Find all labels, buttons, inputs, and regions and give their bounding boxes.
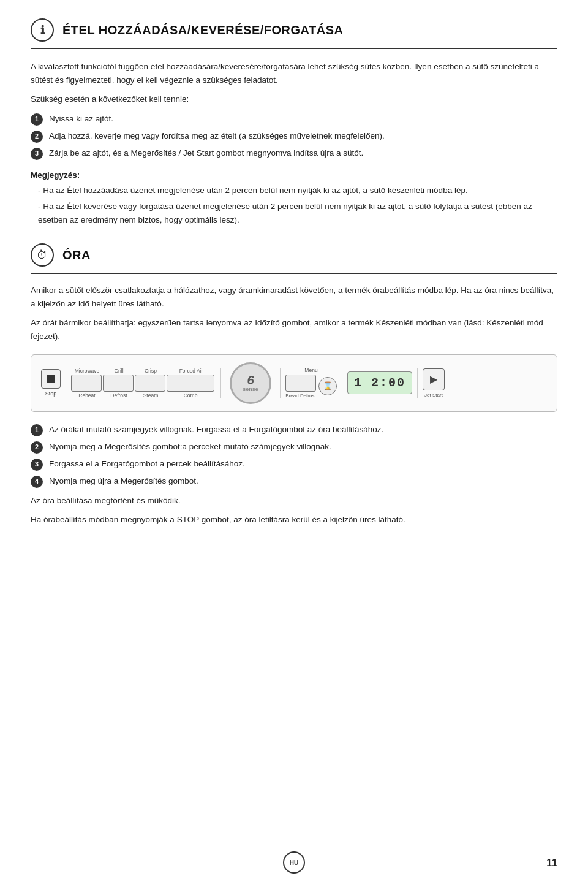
ora-steps-list: 1 Az órákat mutató számjegyek villognak.… [31, 423, 557, 488]
note-title: Megjegyzés: [31, 169, 557, 182]
ora-step-text-2: Nyomja meg a Megerősítés gombot:a percek… [49, 440, 331, 454]
step-2: 2 Adja hozzá, keverje meg vagy fordítsa … [31, 129, 557, 143]
step-text-1: Nyissa ki az ajtót. [49, 112, 113, 126]
step-1: 1 Nyissa ki az ajtót. [31, 112, 557, 126]
defrost-label: Defrost [103, 392, 135, 398]
step-3: 3 Zárja be az ajtót, és a Megerősítés / … [31, 147, 557, 160]
ora-step-3: 3 Forgassa el a Forgatógombot a percek b… [31, 457, 557, 471]
ora-step-4: 4 Nyomja meg újra a Megerősítés gombot. [31, 474, 557, 488]
note-block: Megjegyzés: - Ha az Étel hozzáadása üzen… [31, 169, 557, 226]
step-badge-2: 2 [31, 131, 43, 143]
stop-label: Stop [45, 390, 57, 397]
control-panel: Stop Microwave Grill Crisp Forced Air Re… [31, 354, 557, 412]
sense-dial[interactable]: 6 sense [230, 362, 271, 404]
steps-list: 1 Nyissa ki az ajtót. 2 Adja hozzá, keve… [31, 112, 557, 160]
ora-step-text-3: Forgassa el a Forgatógombot a percek beá… [49, 457, 245, 471]
ora-step-text-4: Nyomja meg újra a Megerősítés gombot. [49, 474, 198, 488]
page-number: 11 [546, 858, 557, 869]
ora-footer-2: Ha órabeállítás módban megnyomják a STOP… [31, 513, 557, 527]
jet-start-label: Jet Start [424, 392, 443, 398]
ora-title: ÓRA [62, 248, 91, 262]
combi-label: Combi [167, 392, 216, 398]
time-display: 1 2:00 [347, 371, 412, 394]
microwave-button[interactable] [71, 375, 102, 392]
ora-section-header: ⏱ ÓRA [31, 243, 557, 274]
clock-icon: ⏱ [31, 243, 54, 267]
sense-dial-wrapper: 6 sense [226, 362, 275, 404]
intro-paragraph-1: A kiválasztott funkciótól függően étel h… [31, 60, 557, 86]
round-menu-button[interactable]: ⌛ [318, 377, 337, 395]
steam-label: Steam [135, 392, 167, 398]
menu-group: Menu Bread Defrost ⌛ [285, 367, 337, 398]
ora-footer-1: Az óra beállítása megtörtént és működik. [31, 494, 557, 508]
ora-step-badge-3: 3 [31, 459, 43, 471]
step-badge-1: 1 [31, 113, 43, 126]
grill-button[interactable] [103, 375, 134, 392]
menu-button[interactable] [285, 375, 316, 392]
page-title: ÉTEL HOZZÁADÁSA/KEVERÉSE/FORGATÁSA [62, 23, 344, 37]
bread-defrost-label: Bread Defrost [285, 393, 315, 398]
forced-air-button[interactable] [167, 375, 214, 392]
step-text-3: Zárja be az ajtót, és a Megerősítés / Je… [49, 147, 363, 160]
note-line-2: - Ha az Étel keverése vagy forgatása üze… [38, 200, 557, 226]
grill-label: Grill [103, 368, 135, 374]
reheat-label: Reheat [71, 392, 103, 398]
crisp-button[interactable] [135, 375, 165, 392]
crisp-label: Crisp [135, 368, 167, 374]
step-badge-3: 3 [31, 148, 43, 160]
ora-paragraph-1: Amikor a sütőt először csatlakoztatja a … [31, 284, 557, 310]
note-line-1: - Ha az Étel hozzáadása üzenet megjelené… [38, 184, 557, 197]
ora-step-badge-4: 4 [31, 476, 43, 488]
microwave-top-label: Microwave [71, 368, 103, 374]
page-header: ℹ ÉTEL HOZZÁADÁSA/KEVERÉSE/FORGATÁSA [31, 18, 557, 49]
ora-step-text-1: Az órákat mutató számjegyek villognak. F… [49, 423, 383, 436]
hu-badge: HU [283, 851, 305, 874]
info-icon: ℹ [31, 18, 54, 42]
menu-top-label: Menu [304, 367, 317, 373]
ora-step-2: 2 Nyomja meg a Megerősítés gombot:a perc… [31, 440, 557, 454]
ora-step-badge-2: 2 [31, 441, 43, 454]
stop-button[interactable]: Stop [41, 369, 61, 397]
intro-paragraph-2: Szükség esetén a következőket kell tenni… [31, 93, 557, 106]
forced-air-label: Forced Air [167, 368, 216, 374]
ora-step-badge-1: 1 [31, 424, 43, 436]
jet-start-button[interactable]: ▶ Jet Start [423, 368, 445, 398]
ora-step-1: 1 Az órákat mutató számjegyek villognak.… [31, 423, 557, 436]
ora-paragraph-2: Az órát bármikor beállíthatja: egyszerűe… [31, 316, 557, 343]
step-text-2: Adja hozzá, keverje meg vagy fordítsa me… [49, 129, 385, 143]
